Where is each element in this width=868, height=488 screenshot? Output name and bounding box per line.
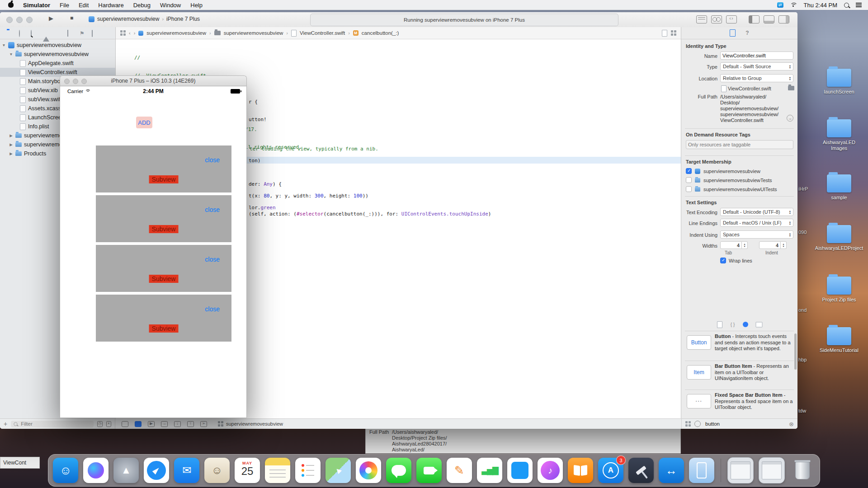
add-button[interactable]: ADD xyxy=(136,117,152,128)
odr-tags-field[interactable] xyxy=(686,140,793,149)
simulator-title-bar[interactable]: iPhone 7 Plus – iOS 10.3 (14E269) xyxy=(60,75,247,86)
launchpad-dock-icon[interactable]: ▲ xyxy=(113,458,139,483)
scrollbar[interactable] xyxy=(794,333,797,370)
menu-window[interactable]: Window xyxy=(160,2,181,9)
recent-files-filter-icon[interactable]: ◷ xyxy=(97,421,102,427)
siri-dock-icon[interactable] xyxy=(83,458,108,483)
continue-icon[interactable]: ▶ xyxy=(148,421,155,427)
pages-dock-icon[interactable]: ✎ xyxy=(447,458,472,483)
find-navigator-tab[interactable] xyxy=(31,30,37,36)
menu-edit[interactable]: Edit xyxy=(79,2,89,9)
step-over-icon[interactable]: → xyxy=(161,421,168,427)
contacts-dock-icon[interactable]: ☺ xyxy=(204,458,230,483)
status-app-icon[interactable]: ⇄ xyxy=(777,2,783,8)
calendar-dock-icon[interactable]: MAY 25 xyxy=(235,458,260,483)
mail-dock-icon[interactable]: ✉ xyxy=(174,458,199,483)
target-checkbox-checked[interactable] xyxy=(686,168,692,174)
tree-item-project[interactable]: ▼ superviewremovesubview xyxy=(0,41,115,50)
report-navigator-tab[interactable] xyxy=(92,30,98,36)
issue-navigator-tab[interactable] xyxy=(43,30,49,36)
menu-hardware[interactable]: Hardware xyxy=(98,2,123,9)
disclosure-icon[interactable]: ▶ xyxy=(9,151,13,156)
toggle-inspector-button[interactable] xyxy=(778,15,789,23)
tree-item-group[interactable]: ▼ superviewremovesubview xyxy=(0,50,115,59)
maps-dock-icon[interactable]: ▲ xyxy=(326,458,351,483)
reveal-path-button[interactable]: → xyxy=(787,115,793,122)
jump-crumb-project[interactable]: superviewremovesubview xyxy=(146,30,206,36)
breakpoint-navigator-tab[interactable]: ⚑ xyxy=(80,30,85,36)
project-navigator-tab[interactable] xyxy=(6,30,12,36)
back-button[interactable]: ‹ xyxy=(129,30,131,36)
desktop-folder-sidemenututorial[interactable]: SideMenuTutorial xyxy=(814,327,864,353)
itunes-dock-icon[interactable]: ♪ xyxy=(538,458,563,483)
breakpoints-toggle-icon[interactable] xyxy=(135,421,142,427)
tree-item-appdelegate[interactable]: AppDelegate.swift xyxy=(0,59,115,68)
minimize-window-button[interactable] xyxy=(16,17,23,23)
disclosure-icon[interactable]: ▼ xyxy=(9,52,13,56)
hide-debug-area-icon[interactable] xyxy=(122,421,128,427)
desktop-label-fragment[interactable]: 090 xyxy=(798,230,807,235)
indent-width-field[interactable] xyxy=(759,241,781,249)
grid-view-icon[interactable] xyxy=(685,421,691,427)
messages-dock-icon[interactable] xyxy=(386,458,411,483)
line-endings-popup[interactable]: Default - macOS / Unix (LF)▴▾ xyxy=(720,219,793,227)
photos-dock-icon[interactable] xyxy=(356,458,381,483)
tokens-icon[interactable] xyxy=(671,30,676,36)
minimize-window-button[interactable] xyxy=(73,79,78,84)
media-library-icon[interactable] xyxy=(756,322,763,327)
toggle-debug-area-button[interactable] xyxy=(764,15,774,23)
close-window-button[interactable] xyxy=(6,17,13,23)
run-button[interactable]: ▶ xyxy=(49,15,53,22)
desktop-folder-sample[interactable]: sample xyxy=(814,174,864,201)
safari-dock-icon[interactable] xyxy=(144,458,169,483)
step-out-icon[interactable]: ↑ xyxy=(187,421,194,427)
zoom-window-button[interactable] xyxy=(81,79,87,84)
app-store-dock-icon[interactable]: A 3 xyxy=(598,458,623,483)
numbers-dock-icon[interactable]: ▃▅▇ xyxy=(477,458,502,483)
zoom-window-button[interactable] xyxy=(26,17,33,23)
code-snippet-library-icon[interactable]: { } xyxy=(731,322,735,327)
desktop-label-fragment[interactable]: ond xyxy=(798,307,807,313)
scheme-selector[interactable]: superviewremovesubview › iPhone 7 Plus xyxy=(89,16,200,22)
close-link[interactable]: close xyxy=(205,305,220,313)
minimized-window-2[interactable] xyxy=(759,457,785,483)
stop-button[interactable]: ■ xyxy=(70,15,73,21)
desktop-folder-aishwaryaledproject[interactable]: AishwaryaLEDProject xyxy=(814,225,864,251)
close-link[interactable]: close xyxy=(205,156,220,164)
notification-center-icon[interactable] xyxy=(856,3,862,7)
symbol-navigator-tab[interactable] xyxy=(19,30,24,36)
filter-input[interactable] xyxy=(20,421,91,427)
wrap-lines-checkbox[interactable] xyxy=(720,258,726,263)
name-field[interactable] xyxy=(720,52,793,60)
stepper-arrows-icon[interactable]: ▴▾ xyxy=(742,241,748,249)
tab-width-stepper[interactable]: ▴▾ xyxy=(720,241,748,249)
facetime-dock-icon[interactable] xyxy=(416,458,442,483)
window-controls[interactable] xyxy=(64,79,87,84)
close-link[interactable]: close xyxy=(205,256,220,263)
add-button[interactable]: + xyxy=(4,420,7,427)
forward-button[interactable]: › xyxy=(134,30,136,36)
menu-simulator[interactable]: Simulator xyxy=(23,2,50,9)
wifi-status-icon[interactable] xyxy=(790,3,797,8)
debug-navigator-tab[interactable] xyxy=(67,30,73,36)
library-filter-input[interactable] xyxy=(704,421,785,427)
file-template-library-icon[interactable] xyxy=(717,321,722,328)
simulator-dock-icon[interactable] xyxy=(689,458,714,483)
desktop-folder-aishwaryaled-images[interactable]: AishwaryaLED Images xyxy=(814,119,864,151)
jump-crumb-file[interactable]: ViewController.swift xyxy=(300,30,345,36)
target-checkbox[interactable] xyxy=(686,177,692,183)
related-items-icon[interactable] xyxy=(120,30,126,36)
menu-clock[interactable]: Thu 2:44 PM xyxy=(804,2,837,9)
target-checkbox[interactable] xyxy=(686,186,692,192)
desktop-label-fragment[interactable]: tdw xyxy=(798,408,806,413)
quick-help-tab[interactable]: ? xyxy=(745,30,749,36)
close-link[interactable]: close xyxy=(205,206,220,213)
debug-scope-selector[interactable]: superviewremovesubview xyxy=(218,421,283,427)
minimized-window-1[interactable] xyxy=(727,457,754,483)
notes-dock-icon[interactable] xyxy=(265,458,290,483)
spotlight-icon[interactable] xyxy=(844,3,849,8)
xcode-dock-icon[interactable] xyxy=(628,458,654,483)
close-window-button[interactable] xyxy=(64,79,70,84)
type-popup[interactable]: Default - Swift Source▴▾ xyxy=(720,62,793,70)
apple-menu-icon[interactable] xyxy=(8,2,14,8)
